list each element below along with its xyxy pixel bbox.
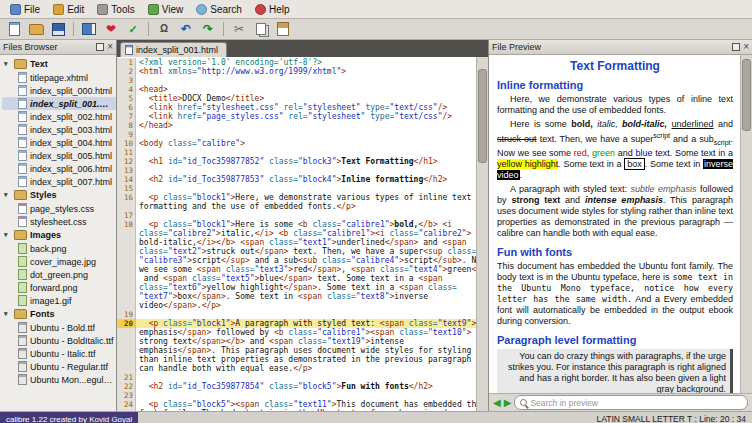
code-line[interactable]: 22 <h2 id="id_Toc359877854" class="block… (117, 382, 477, 391)
code-line[interactable]: 5 <title>DOCX Demo</title> (117, 94, 477, 103)
code-line[interactable]: 11 (117, 148, 477, 157)
code-line[interactable]: 6 <link href="stylesheet.css" rel="style… (117, 103, 477, 112)
preview-scrollbar[interactable] (740, 55, 752, 393)
menu-search[interactable]: Search (190, 3, 248, 16)
code-editor[interactable]: 1<?xml version='1.0' encoding='utf-8'?>2… (117, 57, 488, 411)
float-panel-icon[interactable] (96, 43, 104, 51)
editor-scrollbar-handle[interactable] (478, 69, 487, 163)
section-fonts[interactable]: ▾Fonts (2, 307, 116, 321)
file-item[interactable]: index_split_000.html (2, 84, 116, 97)
code-line[interactable]: 15 (117, 184, 477, 193)
preview-scrollbar-handle[interactable] (742, 59, 751, 131)
edit-book-button[interactable] (80, 21, 98, 38)
section-text[interactable]: ▾Text (2, 57, 116, 71)
file-item[interactable]: Ubuntu - Italic.ttf (2, 347, 116, 360)
code-line[interactable]: 1<?xml version='1.0' encoding='utf-8'?> (117, 58, 477, 67)
editor-scrollbar[interactable] (476, 57, 488, 411)
code-line[interactable]: and <span class="text5">blue</span> text… (117, 274, 477, 283)
file-item[interactable]: page_styles.css (2, 202, 116, 215)
new-file-button[interactable] (5, 21, 23, 38)
file-item[interactable]: index_split_004.html (2, 136, 116, 149)
preview-back-icon[interactable]: ◀ (493, 398, 501, 408)
code-token: <link (149, 103, 178, 112)
preview-search-input[interactable] (530, 398, 742, 408)
code-line[interactable]: bold-italic,</i></b> <span class="text1"… (117, 238, 477, 247)
file-item[interactable]: index_split_007.html (2, 175, 116, 188)
close-panel-icon[interactable]: × (107, 43, 113, 51)
code-line[interactable]: video</span>.</p> (117, 301, 477, 310)
code-line[interactable]: 21 (117, 373, 477, 382)
section-styles[interactable]: ▾Styles (2, 188, 116, 202)
code-line[interactable]: class="calibre2">italic,</i> <b class="c… (117, 229, 477, 238)
insert-special-character-button[interactable]: Ω (155, 21, 173, 38)
code-line[interactable]: we see some <span class="text3">red</spa… (117, 265, 477, 274)
code-line[interactable]: 10<body class="calibre"> (117, 139, 477, 148)
file-item[interactable]: index_split_005.html (2, 149, 116, 162)
code-line[interactable]: than inline text properties as demonstra… (117, 355, 477, 364)
file-item[interactable]: image1.gif (2, 294, 116, 307)
file-item[interactable]: Ubuntu - BoldItalic.ttf (2, 334, 116, 347)
file-item[interactable]: cover_image.jpg (2, 255, 116, 268)
file-item[interactable]: forward.png (2, 281, 116, 294)
copy-button[interactable] (252, 21, 270, 38)
code-line[interactable]: 18 <p class="block1">Here is some <b cla… (117, 220, 477, 229)
code-line[interactable]: strong text</span></b> and <span class="… (117, 337, 477, 346)
donate-button[interactable]: ❤ (102, 21, 120, 38)
file-item[interactable]: Ubuntu Mon...egular.ttf (2, 373, 116, 386)
code-line[interactable]: 7 <link href="page_styles.css" rel="styl… (117, 112, 477, 121)
file-item[interactable]: index_split_002.html (2, 110, 116, 123)
file-item[interactable]: index_split_003.html (2, 123, 116, 136)
code-line[interactable]: 19 (117, 310, 477, 319)
redo-button[interactable]: ↷ (199, 21, 217, 38)
file-item[interactable]: Ubuntu - Regular.ttf (2, 360, 116, 373)
float-panel-icon[interactable] (732, 43, 740, 51)
code-line[interactable]: 8</head> (117, 121, 477, 130)
code-line[interactable]: can handle both with equal ease.</p> (117, 364, 477, 373)
cut-button[interactable]: ✂ (230, 21, 248, 38)
menu-file[interactable]: File (4, 3, 46, 16)
file-item[interactable]: titlepage.xhtml (2, 71, 116, 84)
code-line[interactable]: emphasis</span> followed by <b class="ca… (117, 328, 477, 337)
code-line[interactable]: 9 (117, 130, 477, 139)
file-item[interactable]: index_split_001.html (2, 97, 116, 110)
spell-check-button[interactable]: ✓ (124, 21, 142, 38)
menu-tools[interactable]: Tools (91, 3, 140, 16)
open-book-button[interactable] (27, 21, 45, 38)
code-line[interactable]: 20 <p class="block1">A paragraph with st… (117, 319, 477, 328)
code-line[interactable]: 2<html xmlns="http://www.w3.org/1999/xht… (117, 67, 477, 76)
close-panel-icon[interactable]: × (743, 43, 749, 51)
code-line[interactable]: 16 <p class="block1">Here, we demonstrat… (117, 193, 477, 202)
code-line[interactable]: 3 (117, 76, 477, 85)
code-line[interactable]: 24 <p class="block5"><span class="text11… (117, 400, 477, 409)
file-item[interactable]: index_split_006.html (2, 162, 116, 175)
undo-button[interactable]: ↶ (177, 21, 195, 38)
file-item[interactable]: Ubuntu - Bold.ttf (2, 321, 116, 334)
code-line[interactable]: 12 <h1 id="id_Toc359877852" class="block… (117, 157, 477, 166)
code-line[interactable]: 13 (117, 166, 477, 175)
code-line[interactable]: class="text2">struck out</span> text. Th… (117, 247, 477, 256)
file-item[interactable]: back.png (2, 242, 116, 255)
code-line[interactable]: class="text6">yellow highlight</span>. S… (117, 283, 477, 292)
code-line[interactable]: 23 (117, 391, 477, 400)
code-line[interactable]: formatting and the use of embedded fonts… (117, 202, 477, 211)
file-item[interactable]: stylesheet.css (2, 215, 116, 228)
code-line[interactable]: font family. The body text is in the Ubu… (117, 409, 477, 411)
menu-edit[interactable]: Edit (47, 3, 90, 16)
section-images[interactable]: ▾Images (2, 228, 116, 242)
code-line[interactable]: 4<head> (117, 85, 477, 94)
code-line[interactable]: 17 (117, 211, 477, 220)
code-line[interactable]: emphasis</span>. This paragraph uses doc… (117, 346, 477, 355)
paste-button[interactable] (274, 21, 292, 38)
file-item[interactable]: dot_green.png (2, 268, 116, 281)
menu-help[interactable]: Help (249, 3, 296, 16)
preview-content: Text FormattingInline formattingHere, we… (489, 55, 741, 393)
save-book-button[interactable] (49, 21, 67, 38)
tab-index-split-001[interactable]: index_split_001.html (120, 42, 227, 57)
code-text: we see some <span class="text3">red</spa… (136, 265, 477, 274)
code-line[interactable]: 14 <h2 id="id_Toc359877853" class="block… (117, 175, 477, 184)
code-line[interactable]: "calibre3">script</sup> and a sub<sub cl… (117, 256, 477, 265)
menu-view[interactable]: View (142, 3, 190, 16)
help-menu-icon (255, 4, 266, 15)
code-line[interactable]: "text7">box</span>. Some text in <span c… (117, 292, 477, 301)
preview-forward-icon[interactable]: ▶ (504, 398, 512, 408)
